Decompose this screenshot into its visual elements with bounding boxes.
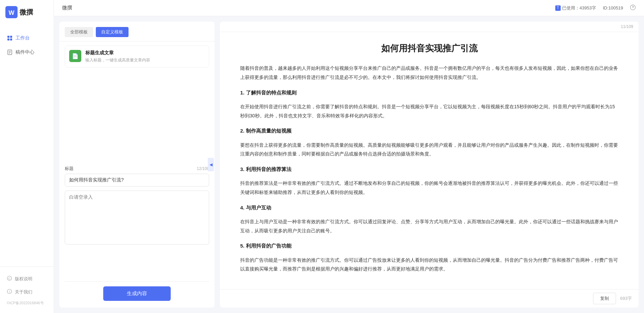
sidebar-copyright[interactable]: C 版权说明: [0, 272, 54, 285]
svg-rect-2: [7, 36, 9, 38]
sidebar-drafts-label: 稿件中心: [16, 49, 34, 55]
template-card-name: 标题生成文章: [85, 50, 205, 56]
usage-label: 已使用：43953字: [562, 5, 596, 11]
form-section: 标题 12/100: [59, 162, 215, 278]
right-panel-header: 11/109: [220, 22, 639, 32]
template-card-info: 标题生成文章 输入标题，一键生成高质量文章内容: [85, 50, 205, 63]
sidebar-item-drafts[interactable]: 稿件中心: [0, 45, 54, 59]
sidebar-nav: 工作台 稿件中心: [0, 24, 54, 266]
section-5-title: 5. 利用抖音的广告功能: [240, 241, 618, 251]
content-form-group: [65, 191, 209, 246]
title-char-count: 12/100: [197, 166, 209, 171]
section-1-title: 1. 了解抖音的特点和规则: [240, 88, 618, 98]
generate-button[interactable]: 生成内容: [103, 286, 171, 301]
copyright-label: 版权说明: [15, 276, 32, 282]
template-list: 📄 标题生成文章 输入标题，一键生成高质量文章内容: [59, 41, 215, 162]
sidebar-workbench-label: 工作台: [16, 35, 30, 41]
sidebar-bottom: C 版权说明 i 关于我们 ©ICP备2022016846号: [0, 266, 54, 313]
title-label-row: 标题 12/100: [65, 166, 209, 172]
svg-rect-3: [10, 36, 12, 38]
left-panel: 全部模板 自定义模板 📄 标题生成文章 输入标题，一键生成高质量文章内容 标题 …: [59, 22, 215, 308]
section-4-content: 在抖音上与用户互动是一种非常有效的推广引流方式。你可以通过回复评论、点赞、分享等…: [240, 217, 618, 235]
template-card-icon: 📄: [69, 50, 81, 62]
logo-area: W 微撰: [0, 0, 54, 24]
right-panel: 11/109 如何用抖音实现推广引流 随着抖音的普及，越来越多的人开始利用这个短…: [220, 22, 639, 308]
content-textarea[interactable]: [65, 191, 209, 245]
title-input[interactable]: [65, 174, 209, 187]
logout-button[interactable]: [630, 4, 636, 12]
usage-info: T 已使用：43953字: [555, 5, 596, 11]
section-5-content: 抖音的广告功能是一种非常有效的推广引流方式。你可以通过广告投放来让更多的人看到你…: [240, 256, 618, 274]
header-id: ID:100519: [603, 5, 623, 10]
sidebar-item-workbench[interactable]: 工作台: [0, 31, 54, 45]
main-area: 微撰 T 已使用：43953字 ID:100519 全部模板: [54, 0, 644, 313]
template-card-headline[interactable]: 📄 标题生成文章 输入标题，一键生成高质量文章内容: [65, 46, 209, 67]
content-wrapper: 全部模板 自定义模板 📄 标题生成文章 输入标题，一键生成高质量文章内容 标题 …: [54, 16, 644, 313]
about-label: 关于我们: [15, 289, 32, 295]
header-title: 微撰: [62, 5, 72, 11]
section-2-title: 2. 制作高质量的短视频: [240, 126, 618, 136]
section-4-title: 4. 与用户互动: [240, 203, 618, 213]
header: 微撰 T 已使用：43953字 ID:100519: [54, 0, 644, 16]
article-title: 如何用抖音实现推广引流: [240, 42, 618, 54]
article-content[interactable]: 如何用抖音实现推广引流 随着抖音的普及，越来越多的人开始利用这个短视频分享平台来…: [220, 32, 639, 289]
svg-rect-4: [7, 38, 9, 40]
tab-all-templates[interactable]: 全部模板: [65, 27, 93, 37]
collapse-icon: ◀: [209, 162, 213, 167]
about-icon: i: [7, 289, 12, 295]
tab-custom-templates[interactable]: 自定义模板: [96, 27, 129, 37]
section-2-content: 要想在抖音上获得更多的流量，你需要制作高质量的短视频。高质量的短视频能够吸引更多…: [240, 141, 618, 159]
icp-text: ©ICP备2022016846号: [0, 298, 54, 308]
logo-text: 微撰: [20, 8, 33, 17]
logo-icon: W: [5, 6, 18, 18]
svg-text:C: C: [8, 277, 11, 280]
svg-text:W: W: [9, 9, 15, 16]
word-count: 693字: [620, 295, 632, 302]
svg-rect-5: [10, 38, 12, 40]
title-form-group: 标题 12/100: [65, 166, 209, 187]
header-right: T 已使用：43953字 ID:100519: [555, 4, 636, 12]
sidebar-about[interactable]: i 关于我们: [0, 285, 54, 298]
right-panel-footer: 复制 693字: [220, 289, 639, 308]
section-3-content: 抖音的推荐算法是一种非常有效的推广引流方式。通过不断地发布和分享自己的短视频，你…: [240, 179, 618, 197]
panel-bottom: 生成内容: [59, 277, 215, 308]
article-intro: 随着抖音的普及，越来越多的人开始利用这个短视频分享平台来推广自己的产品或服务。抖…: [240, 64, 618, 82]
sidebar: W 微撰 工作台: [0, 0, 54, 313]
copyright-icon: C: [7, 276, 12, 282]
svg-text:i: i: [9, 290, 10, 293]
workbench-icon: [7, 35, 13, 41]
panel-tabs: 全部模板 自定义模板: [59, 22, 215, 41]
title-label: 标题: [65, 166, 74, 172]
drafts-icon: [7, 49, 13, 55]
section-1-content: 在开始使用抖音进行推广引流之前，你需要了解抖音的特点和规则。抖音是一个短视频分享…: [240, 102, 618, 120]
panel-divider: [65, 281, 209, 282]
section-3-title: 3. 利用抖音的推荐算法: [240, 165, 618, 174]
usage-icon: T: [555, 5, 561, 11]
copy-button[interactable]: 复制: [593, 293, 616, 304]
collapse-arrow[interactable]: ◀: [208, 158, 214, 171]
article-body: 随着抖音的普及，越来越多的人开始利用这个短视频分享平台来推广自己的产品或服务。抖…: [240, 64, 618, 274]
template-card-desc: 输入标题，一键生成高质量文章内容: [85, 57, 205, 63]
page-count: 11/109: [621, 24, 633, 29]
